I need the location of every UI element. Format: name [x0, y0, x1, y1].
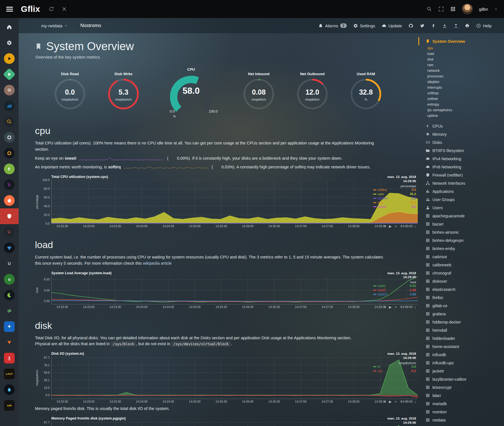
app-icon-panel[interactable] — [0, 319, 19, 334]
facebook-icon[interactable] — [431, 23, 436, 28]
zoom-in-button[interactable]: + — [400, 305, 402, 309]
menu-sub-ram[interactable]: ram — [426, 62, 502, 68]
upload-snapshot-icon[interactable] — [454, 23, 458, 28]
menu-cpus[interactable]: CPUs — [426, 122, 502, 130]
search-icon[interactable] — [426, 6, 432, 12]
zoom-out-button[interactable]: − — [405, 305, 407, 309]
app-icon-flower[interactable] — [0, 240, 19, 256]
menu-system-overview[interactable]: System Overview — [418, 37, 502, 45]
username[interactable]: gilbn — [479, 7, 488, 12]
menu-netdata[interactable]: netdata — [426, 416, 502, 424]
menu-sub-load[interactable]: load — [426, 51, 502, 57]
zoom-in-button[interactable]: + — [400, 400, 402, 404]
menu-elasticsearch[interactable]: elasticsearch — [426, 285, 502, 293]
twitter-icon[interactable] — [420, 23, 425, 28]
app-icon-flame[interactable] — [0, 193, 19, 208]
menu-btrfs-filesystem[interactable]: BTRFS filesystem — [426, 146, 502, 155]
menu-firefox[interactable]: firefox — [426, 293, 502, 302]
menu-home-assistant[interactable]: home-assistant — [426, 342, 502, 351]
menu-sub-entropy[interactable]: entropy — [426, 102, 502, 107]
menu-cadvisor[interactable]: cadvisor — [426, 253, 502, 261]
app-icon-shield[interactable] — [0, 208, 19, 224]
menu-lidarr[interactable]: lidarr — [426, 391, 502, 400]
pan-backward-button[interactable]: « — [384, 305, 386, 309]
app-icon-stack[interactable] — [0, 82, 19, 98]
wikipedia-link[interactable]: wikipedia article — [143, 261, 172, 266]
app-icon-download-app[interactable] — [0, 350, 19, 366]
close-icon[interactable] — [61, 6, 67, 12]
github-icon[interactable] — [408, 23, 413, 28]
legend-out[interactable]: out-5.3 — [373, 369, 416, 373]
pan-forward-button[interactable]: » — [395, 224, 397, 228]
menu-sub-processes[interactable]: processes — [426, 73, 502, 79]
help-button[interactable]: Help — [476, 23, 492, 28]
legend-softirq[interactable]: softirq0.0 — [373, 188, 416, 192]
app-icon-scatter[interactable] — [0, 177, 19, 193]
app-icon-drop[interactable] — [0, 382, 19, 398]
apps-grid-icon[interactable] — [450, 6, 456, 12]
app-icon-orange-ring[interactable] — [0, 145, 19, 161]
gauge-net-inbound[interactable]: Net Inbound 0.08 megabits/s — [240, 72, 278, 111]
app-icon-bolt[interactable] — [0, 161, 19, 177]
menu-sub-network[interactable]: network — [426, 68, 502, 73]
legend-load5[interactable]: load52.68 — [373, 288, 416, 292]
app-icon-plex[interactable] — [0, 51, 19, 66]
menu-hiddenloader[interactable]: hiddenloader — [426, 334, 502, 342]
menu-sub-idlejitter[interactable]: idlejitter — [426, 79, 502, 85]
menu-sub-uptime[interactable]: uptime — [426, 113, 502, 119]
chart-canvas[interactable]: man. 13. aug. 201814:29:06megabytes/sin0… — [51, 357, 418, 399]
netdata-brand[interactable]: Nostromo — [80, 23, 101, 28]
resize-handle[interactable]: ↕ — [414, 400, 416, 404]
alarms-button[interactable]: Alarms 2 — [318, 23, 346, 28]
legend-system[interactable]: system2.3 — [373, 196, 416, 200]
chart-canvas[interactable]: man. 13. aug. 201814:29:06percentagesoft… — [51, 180, 418, 224]
gauge-disk-read[interactable]: Disk Read 0.0 megabytes/s — [51, 72, 89, 111]
menu-applications[interactable]: Applications — [426, 187, 502, 195]
softirq-sparkline[interactable] — [124, 165, 208, 169]
server-dropdown[interactable]: my-netdata — [41, 23, 67, 28]
gauge-disk-write[interactable]: Disk Write 5.3 megabytes/s — [105, 72, 142, 111]
caret-down-icon[interactable] — [494, 7, 498, 11]
download-snapshot-icon[interactable] — [442, 23, 447, 28]
menu-grafana[interactable]: grafana — [426, 310, 502, 318]
app-icon-leaf[interactable] — [0, 287, 19, 303]
menu-binhex-delugevpn[interactable]: binhex-delugevpn — [426, 236, 502, 244]
chart-canvas[interactable]: man. 13. aug. 201814:29:05loadload16.51l… — [51, 276, 418, 304]
menu-influxdb[interactable]: influxdb — [426, 351, 502, 359]
menu-users[interactable]: Users — [426, 204, 502, 212]
zoom-out-button[interactable]: − — [405, 224, 407, 228]
gauge-net-outbound[interactable]: Net Outbound 12.0 megabits/s — [293, 72, 331, 111]
refresh-icon[interactable] — [48, 6, 54, 12]
legend-load15[interactable]: load152.06 — [373, 292, 416, 296]
app-icon-berries[interactable] — [0, 224, 19, 240]
menu-heimdall[interactable]: heimdall — [426, 326, 502, 334]
settings-button[interactable]: Settings — [353, 23, 375, 28]
menu-calibreweb[interactable]: calibreweb — [426, 261, 502, 269]
menu-monitorr[interactable]: monitorr — [426, 408, 502, 416]
menu-memory[interactable]: Memory — [426, 130, 502, 138]
menu-icon[interactable] — [6, 6, 14, 13]
app-icon-green-play[interactable] — [0, 66, 19, 82]
menu-jackett[interactable]: jackett — [426, 367, 502, 375]
menu-firewall-netfilter-[interactable]: Firewall (netfilter) — [426, 171, 502, 179]
resize-handle[interactable]: ↕ — [414, 305, 416, 309]
legend-load1[interactable]: load16.51 — [373, 284, 416, 288]
app-icon-pills[interactable] — [0, 303, 19, 319]
menu-user-groups[interactable]: User Groups — [426, 195, 502, 204]
menu-ipv6-networking[interactable]: IPv6 Networking — [426, 163, 502, 171]
app-icon-sab[interactable]: sab — [0, 398, 19, 413]
play-button[interactable]: ▶ — [389, 400, 392, 404]
update-button[interactable]: Update — [382, 23, 402, 28]
zoom-out-button[interactable]: − — [405, 400, 407, 404]
resize-handle[interactable]: ↕ — [414, 224, 416, 228]
pan-backward-button[interactable]: « — [384, 400, 386, 404]
menu-sub-softirqs[interactable]: softirqs — [426, 90, 502, 96]
app-icon-equalizer[interactable] — [0, 98, 19, 114]
app-icon-u-green[interactable]: u — [0, 271, 19, 287]
menu-gitlab-ce[interactable]: gitlab-ce — [426, 302, 502, 310]
legend-user[interactable]: user35.3 — [373, 192, 416, 196]
menu-mariadb[interactable]: mariadb — [426, 400, 502, 408]
app-icon-horseshoe[interactable]: U — [0, 256, 19, 271]
menu-sub-ipc-semaphores[interactable]: ipc semaphores — [426, 107, 502, 113]
menu-letsencrypt[interactable]: letsencrypt — [426, 383, 502, 391]
